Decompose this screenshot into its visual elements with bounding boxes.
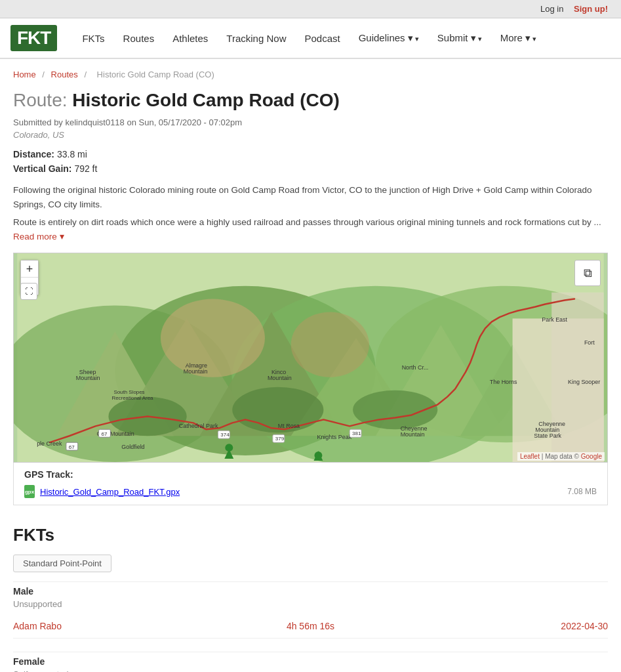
gps-track-label: GPS Track: — [24, 469, 597, 480]
svg-text:North Cr...: North Cr... — [402, 364, 429, 371]
nav-submit-dropdown: Submit ▾ — [428, 32, 491, 44]
nav-guidelines[interactable]: Guidelines ▾ — [350, 27, 428, 49]
nav-links: FKTs Routes Athletes Tracking Now Podcas… — [73, 28, 546, 49]
gps-file-icon: gpx — [24, 485, 35, 498]
distance-row: Distance: 33.8 mi — [13, 149, 608, 159]
svg-text:Mountain: Mountain — [76, 375, 100, 381]
svg-point-19 — [225, 444, 233, 452]
svg-text:The Horns: The Horns — [490, 379, 517, 385]
distance-label: Distance: — [13, 149, 54, 159]
fkt-record-male-0: Adam Rabo 4h 56m 16s 2022-04-30 — [13, 614, 608, 639]
nav-athletes[interactable]: Athletes — [163, 28, 217, 49]
fkt-gender-label-male: Male — [13, 586, 33, 597]
map-svg: Sheep Mountain Almagre Mountain Kinco Mo… — [14, 253, 607, 462]
submitted-by: Submitted by kelindquist0118 on Sun, 05/… — [13, 117, 608, 127]
map-attribution: Leaflet | Map data © Google — [517, 452, 605, 461]
svg-point-12 — [291, 312, 369, 377]
svg-text:King Sooper: King Sooper — [568, 379, 600, 385]
breadcrumb-sep1: / — [42, 70, 47, 79]
breadcrumb-current: Historic Gold Camp Road (CO) — [97, 70, 214, 79]
leaflet-link[interactable]: Leaflet — [520, 453, 540, 460]
map-tile-icon: ⧉ — [584, 266, 592, 280]
route-description1: Following the original historic Colorado… — [13, 183, 608, 211]
navbar: FKT FKTs Routes Athletes Tracking Now Po… — [0, 18, 621, 59]
svg-text:374: 374 — [220, 432, 230, 438]
nav-tracking-now[interactable]: Tracking Now — [217, 28, 295, 49]
fullscreen-button[interactable]: ⛶ — [20, 283, 37, 300]
nav-guidelines-dropdown: Guidelines ▾ — [350, 32, 428, 44]
map-tile-button[interactable]: ⧉ — [574, 260, 601, 286]
route-name: Historic Gold Camp Road (CO) — [72, 90, 340, 110]
svg-text:Goldfield: Goldfield — [121, 444, 144, 451]
gps-track-section: GPS Track: gpx Historic_Gold_Camp_Road_F… — [13, 463, 608, 505]
fkt-time-male-0: 4h 56m 16s — [211, 621, 409, 631]
fkt-type-tab[interactable]: Standard Point-Point — [13, 555, 111, 572]
site-logo[interactable]: FKT — [10, 25, 57, 51]
top-bar: Log in Sign up! — [0, 0, 621, 18]
svg-text:Recreational Area: Recreational Area — [111, 395, 153, 401]
fkt-gender-label-female: Female — [13, 656, 45, 667]
svg-text:Mountain: Mountain — [401, 432, 425, 438]
vertical-gain-val: 792 ft — [74, 163, 97, 174]
breadcrumb: Home / Routes / Historic Gold Camp Road … — [13, 70, 608, 79]
svg-text:Park East: Park East — [542, 317, 567, 324]
vertical-gain-row: Vertical Gain: 792 ft — [13, 163, 608, 174]
nav-more-dropdown: More ▾ — [491, 32, 546, 44]
svg-text:67: 67 — [102, 432, 108, 438]
svg-text:State Park: State Park — [534, 433, 561, 440]
breadcrumb-sep2: / — [84, 70, 89, 79]
gps-file-size: 7.08 MB — [567, 487, 597, 496]
route-map: Sheep Mountain Almagre Mountain Kinco Mo… — [13, 253, 608, 463]
breadcrumb-routes[interactable]: Routes — [51, 70, 78, 79]
nav-fkts[interactable]: FKTs — [73, 28, 113, 49]
svg-text:Fort: Fort — [584, 340, 595, 346]
read-more-link[interactable]: Read more ▾ — [13, 232, 64, 242]
fkts-title: FKTs — [13, 525, 608, 545]
svg-text:Mountain: Mountain — [268, 375, 292, 381]
nav-more[interactable]: More ▾ — [491, 27, 546, 49]
svg-text:67: 67 — [69, 445, 75, 451]
svg-text:Mt Rosa: Mt Rosa — [278, 423, 300, 430]
vertical-gain-label: Vertical Gain: — [13, 163, 71, 174]
main-content: Home / Routes / Historic Gold Camp Road … — [0, 59, 621, 672]
fkt-support-female: Self-supported — [13, 668, 608, 672]
route-location: Colorado, US — [13, 130, 608, 140]
svg-text:Cathedral Park: Cathedral Park — [179, 423, 218, 430]
breadcrumb-home[interactable]: Home — [13, 70, 36, 79]
svg-text:Knights Peak: Knights Peak — [317, 434, 351, 441]
svg-text:South Slopes: South Slopes — [113, 389, 144, 395]
nav-routes[interactable]: Routes — [114, 28, 164, 49]
nav-submit[interactable]: Submit ▾ — [428, 27, 491, 49]
zoom-in-button[interactable]: + — [21, 261, 38, 278]
svg-point-11 — [161, 299, 265, 377]
distance-val: 33.8 mi — [57, 149, 87, 159]
fkt-gender-female: Female — [13, 652, 608, 668]
nav-podcast[interactable]: Podcast — [295, 28, 349, 49]
route-prefix: Route: — [13, 90, 68, 110]
fkt-category-female: Female Self-supported Kathryn Linstquist… — [13, 652, 608, 672]
svg-text:Mountain: Mountain — [184, 368, 208, 375]
svg-text:ple Creek: ple Creek — [37, 441, 62, 448]
signup-link[interactable]: Sign up! — [574, 4, 608, 14]
route-description2: Route is entirely on dirt roads which on… — [13, 215, 608, 243]
fkts-section: FKTs Standard Point-Point Male Unsupport… — [13, 525, 608, 672]
fullscreen-icon: ⛶ — [25, 287, 33, 296]
fkt-gender-male: Male — [13, 581, 608, 598]
gps-file-info: gpx Historic_Gold_Camp_Road_FKT.gpx — [24, 485, 180, 498]
login-link[interactable]: Log in — [540, 4, 563, 14]
fkt-name-male-0[interactable]: Adam Rabo — [13, 621, 211, 631]
gps-file-link[interactable]: Historic_Gold_Camp_Road_FKT.gpx — [40, 487, 180, 497]
gps-file-row: gpx Historic_Gold_Camp_Road_FKT.gpx 7.08… — [24, 485, 597, 498]
svg-text:381: 381 — [352, 431, 361, 437]
google-link[interactable]: Google — [581, 453, 602, 460]
fkt-support-male: Unsupported — [13, 598, 608, 614]
route-title: Route: Historic Gold Camp Road (CO) — [13, 90, 608, 111]
fkt-date-male-0: 2022-04-30 — [410, 621, 608, 631]
svg-text:379: 379 — [275, 436, 285, 442]
fkt-category-male: Male Unsupported Adam Rabo 4h 56m 16s 20… — [13, 581, 608, 639]
